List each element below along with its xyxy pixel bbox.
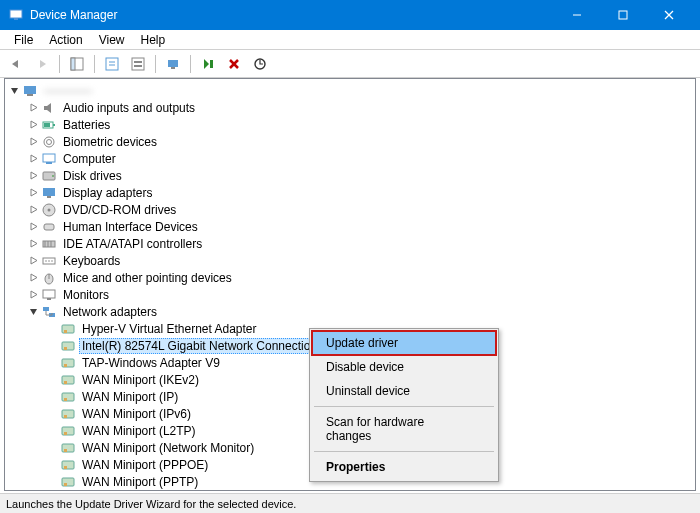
minimize-button[interactable] xyxy=(554,0,600,30)
nic-icon xyxy=(60,440,76,456)
expand-icon[interactable] xyxy=(26,271,40,285)
svg-rect-8 xyxy=(106,58,118,70)
nic-icon xyxy=(60,474,76,490)
svg-rect-35 xyxy=(44,224,54,230)
maximize-button[interactable] xyxy=(600,0,646,30)
svg-rect-56 xyxy=(64,347,67,350)
nic-icon xyxy=(60,389,76,405)
expand-icon[interactable] xyxy=(26,152,40,166)
svg-rect-62 xyxy=(64,398,67,401)
svg-rect-24 xyxy=(44,123,50,127)
tree-category[interactable]: Network adapters xyxy=(7,303,693,320)
help-button[interactable] xyxy=(100,53,124,75)
context-scan-for-hardware-changes[interactable]: Scan for hardware changes xyxy=(312,410,496,448)
tree-category[interactable]: Computer xyxy=(7,150,693,167)
expand-icon[interactable] xyxy=(26,101,40,115)
context-disable-device[interactable]: Disable device xyxy=(312,355,496,379)
uninstall-button[interactable] xyxy=(222,53,246,75)
tree-item-label: Biometric devices xyxy=(60,135,160,149)
tree-item-label: WAN Miniport (IKEv2) xyxy=(79,373,202,387)
statusbar-text: Launches the Update Driver Wizard for th… xyxy=(6,498,296,510)
svg-rect-70 xyxy=(64,466,67,469)
collapse-icon[interactable] xyxy=(26,305,40,319)
svg-point-34 xyxy=(48,208,51,211)
tree-category[interactable]: IDE ATA/ATAPI controllers xyxy=(7,235,693,252)
menu-file[interactable]: File xyxy=(6,31,41,49)
collapse-icon[interactable] xyxy=(7,84,21,98)
tree-category[interactable]: Mice and other pointing devices xyxy=(7,269,693,286)
tree-item-label: Keyboards xyxy=(60,254,123,268)
fingerprint-icon xyxy=(41,134,57,150)
expand-icon[interactable] xyxy=(26,220,40,234)
svg-rect-65 xyxy=(62,427,74,435)
expand-icon[interactable] xyxy=(26,169,40,183)
svg-rect-53 xyxy=(62,325,74,333)
context-uninstall-device[interactable]: Uninstall device xyxy=(312,379,496,403)
forward-button[interactable] xyxy=(30,53,54,75)
tree-root[interactable]: ———— xyxy=(7,82,693,99)
tree-device[interactable]: WAN Miniport (SSTP) xyxy=(7,490,693,491)
svg-rect-48 xyxy=(43,307,49,311)
tree-category[interactable]: Batteries xyxy=(7,116,693,133)
expand-icon[interactable] xyxy=(26,203,40,217)
nic-icon xyxy=(60,423,76,439)
tree-item-label: Monitors xyxy=(60,288,112,302)
update-driver-button[interactable] xyxy=(248,53,272,75)
tree-category[interactable]: Display adapters xyxy=(7,184,693,201)
tree-category[interactable]: Disk drives xyxy=(7,167,693,184)
show-hide-tree-button[interactable] xyxy=(65,53,89,75)
tree-category[interactable]: DVD/CD-ROM drives xyxy=(7,201,693,218)
context-properties[interactable]: Properties xyxy=(312,455,496,479)
toolbar xyxy=(0,50,700,78)
properties-button[interactable] xyxy=(126,53,150,75)
svg-rect-66 xyxy=(64,432,67,435)
tree-category[interactable]: Audio inputs and outputs xyxy=(7,99,693,116)
expand-icon[interactable] xyxy=(26,118,40,132)
svg-rect-68 xyxy=(64,449,67,452)
menu-view[interactable]: View xyxy=(91,31,133,49)
context-menu: Update driverDisable deviceUninstall dev… xyxy=(309,328,499,482)
tree-item-label: DVD/CD-ROM drives xyxy=(60,203,179,217)
tree-category[interactable]: Monitors xyxy=(7,286,693,303)
window-controls xyxy=(554,0,692,30)
expand-icon[interactable] xyxy=(26,254,40,268)
expander-placeholder xyxy=(45,356,59,370)
menu-help[interactable]: Help xyxy=(133,31,174,49)
expand-icon[interactable] xyxy=(26,288,40,302)
tree-item-label: Computer xyxy=(60,152,119,166)
context-separator xyxy=(314,451,494,452)
window-title: Device Manager xyxy=(30,8,554,22)
svg-rect-54 xyxy=(64,330,67,333)
close-button[interactable] xyxy=(646,0,692,30)
expander-placeholder xyxy=(45,339,59,353)
computer-icon xyxy=(41,151,57,167)
tree-category[interactable]: Keyboards xyxy=(7,252,693,269)
expand-icon[interactable] xyxy=(26,186,40,200)
svg-rect-11 xyxy=(132,58,144,70)
mouse-icon xyxy=(41,270,57,286)
statusbar: Launches the Update Driver Wizard for th… xyxy=(0,493,700,513)
expander-placeholder xyxy=(45,475,59,489)
expander-placeholder xyxy=(45,390,59,404)
tree-item-label: Network adapters xyxy=(60,305,160,319)
tree-category[interactable]: Biometric devices xyxy=(7,133,693,150)
nic-icon xyxy=(60,491,76,492)
expander-placeholder xyxy=(45,373,59,387)
svg-rect-57 xyxy=(62,359,74,367)
tree-category[interactable]: Human Interface Devices xyxy=(7,218,693,235)
svg-point-25 xyxy=(44,137,54,147)
expand-icon[interactable] xyxy=(26,135,40,149)
tree-item-label: Mice and other pointing devices xyxy=(60,271,235,285)
nic-icon xyxy=(60,321,76,337)
menu-action[interactable]: Action xyxy=(41,31,90,49)
tree-item-label: Intel(R) 82574L Gigabit Network Connecti… xyxy=(79,338,320,354)
back-button[interactable] xyxy=(4,53,28,75)
tree-item-label: TAP-Windows Adapter V9 xyxy=(79,356,223,370)
pc-icon xyxy=(22,83,38,99)
scan-hardware-button[interactable] xyxy=(161,53,185,75)
enable-button[interactable] xyxy=(196,53,220,75)
expand-icon[interactable] xyxy=(26,237,40,251)
svg-rect-58 xyxy=(64,364,67,367)
ide-icon xyxy=(41,236,57,252)
context-update-driver[interactable]: Update driver xyxy=(312,331,496,355)
